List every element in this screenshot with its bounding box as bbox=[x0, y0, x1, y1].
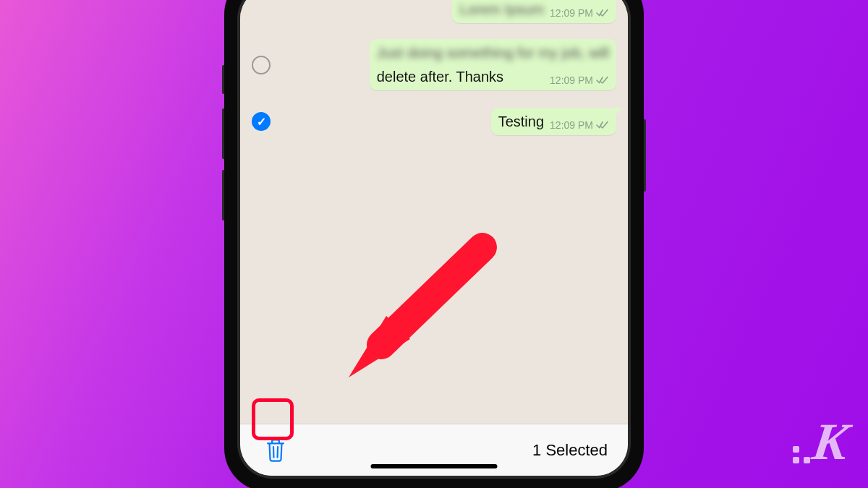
message-text-blurred: Just doing something for my job, will bbox=[377, 44, 609, 62]
message-row[interactable]: Testing 12:09 PM bbox=[240, 105, 628, 138]
watermark-logo: K bbox=[793, 412, 848, 472]
chat-message-list[interactable]: Lorem Ipsum 12:09 PM Just doi bbox=[240, 0, 628, 424]
message-time: 12:09 PM bbox=[550, 7, 593, 19]
phone-frame: Lorem Ipsum 12:09 PM Just doi bbox=[224, 0, 644, 488]
message-text-blurred: Lorem Ipsum bbox=[459, 1, 544, 19]
whatsapp-chat-screen: Lorem Ipsum 12:09 PM Just doi bbox=[240, 0, 628, 476]
delete-button[interactable] bbox=[260, 435, 291, 466]
message-bubble[interactable]: Lorem Ipsum 12:09 PM bbox=[452, 0, 616, 23]
trash-icon bbox=[265, 438, 286, 463]
select-checkbox[interactable] bbox=[252, 56, 271, 74]
read-receipt-icon bbox=[596, 121, 609, 129]
message-bubble[interactable]: Just doing something for my job, will de… bbox=[370, 39, 616, 90]
message-bubble[interactable]: Testing 12:09 PM bbox=[491, 108, 616, 135]
read-receipt-icon bbox=[596, 76, 609, 85]
select-checkbox-checked[interactable] bbox=[252, 112, 271, 131]
message-time: 12:09 PM bbox=[550, 119, 593, 131]
home-indicator[interactable] bbox=[371, 464, 498, 468]
message-row[interactable]: Lorem Ipsum 12:09 PM bbox=[240, 0, 628, 26]
selection-count-label: 1 Selected bbox=[532, 441, 608, 460]
message-text: Testing bbox=[498, 113, 544, 131]
message-text: delete after. Thanks bbox=[377, 68, 503, 86]
read-receipt-icon bbox=[596, 9, 609, 17]
message-time: 12:09 PM bbox=[550, 74, 593, 86]
message-row[interactable]: Just doing something for my job, will de… bbox=[240, 36, 628, 93]
